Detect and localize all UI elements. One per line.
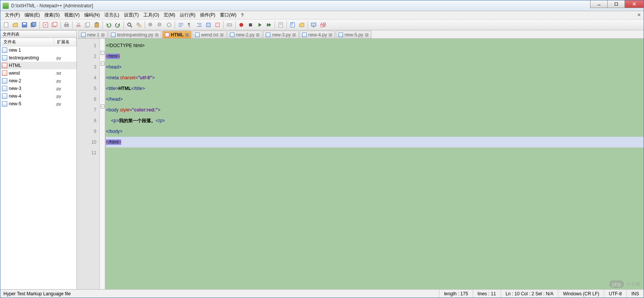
stop-button[interactable] [246, 21, 255, 29]
tab[interactable]: new-2.py⊠ [227, 31, 263, 38]
tab-close-icon[interactable]: ⊠ [185, 33, 189, 37]
tab[interactable]: new-5.py⊠ [336, 31, 371, 38]
menubar-close-icon[interactable]: ✕ [636, 12, 642, 18]
tab-bar: new 1⊠testrequestimg.py⊠HTML⊠wend.txt⊠ne… [77, 30, 644, 39]
menu-11[interactable]: 窗口(W) [218, 11, 239, 19]
menu-6[interactable]: 设置(T) [122, 11, 141, 19]
new-button[interactable] [2, 21, 10, 29]
copy-button[interactable] [83, 21, 92, 29]
code-line[interactable]: <p>我的第一个段落。</p> [106, 115, 644, 126]
menu-1[interactable]: 编辑(E) [22, 11, 42, 19]
svg-rect-41 [216, 23, 220, 27]
redo-button[interactable] [114, 21, 122, 29]
find-button[interactable] [125, 21, 134, 29]
close-all-button[interactable] [50, 21, 59, 29]
wrap-button[interactable] [177, 21, 185, 29]
titlebar[interactable]: D:\txt\HTML - Notepad++ [Administrator] [0, 0, 644, 11]
sidebar-item[interactable]: HTML [0, 62, 76, 69]
tab-close-icon[interactable]: ⊠ [329, 33, 332, 37]
hide-button[interactable] [225, 21, 234, 29]
indent-button[interactable] [195, 21, 203, 29]
tab-close-icon[interactable]: ⊠ [101, 33, 105, 37]
tab[interactable]: HTML⊠ [162, 31, 192, 38]
menu-2[interactable]: 搜索(S) [42, 11, 62, 19]
play-button[interactable] [255, 21, 264, 29]
save-button[interactable] [20, 21, 29, 29]
record-button[interactable] [237, 21, 246, 29]
sidebar-item[interactable]: testrequestimg.py [0, 54, 76, 62]
code-line[interactable]: <head> [106, 62, 644, 72]
menu-0[interactable]: 文件(F) [3, 11, 22, 19]
sidebar-item[interactable]: new-2.py [0, 77, 76, 85]
paste-button[interactable] [93, 21, 101, 29]
sidebar-col-filename[interactable]: 文件名 [0, 38, 54, 46]
file-name: testrequestimg [9, 55, 39, 61]
sidebar-col-ext[interactable]: 扩展名 [54, 38, 76, 46]
macro-list-button[interactable] [276, 21, 285, 29]
play-multi-button[interactable] [265, 21, 273, 29]
save-all-button[interactable] [29, 21, 38, 29]
tab-close-icon[interactable]: ⊠ [155, 33, 159, 37]
svg-rect-21 [86, 23, 89, 26]
tab[interactable]: new-3.py⊠ [263, 31, 299, 38]
menu-3[interactable]: 视图(V) [62, 11, 82, 19]
tab[interactable]: new 1⊠ [78, 31, 107, 38]
statusbar: Hyper Text Markup Language file length :… [0, 289, 644, 298]
sync-button[interactable] [165, 21, 173, 29]
cut-button[interactable] [74, 21, 83, 29]
code-line[interactable]: <meta charset="utf-8"> [106, 72, 644, 83]
menu-7[interactable]: 工具(O) [141, 11, 161, 19]
menu-4[interactable]: 编码(N) [82, 11, 102, 19]
monitor-button[interactable] [309, 21, 318, 29]
menu-5[interactable]: 语言(L) [102, 11, 122, 19]
tab-close-icon[interactable]: ⊠ [256, 33, 260, 37]
folder-button[interactable] [298, 21, 306, 29]
fold-button[interactable] [204, 21, 213, 29]
func-list-button[interactable]: f [288, 21, 297, 29]
maximize-button[interactable] [607, 0, 625, 8]
code-line[interactable]: <html> [106, 51, 644, 62]
zoom-in-button[interactable] [146, 21, 155, 29]
all-chars-button[interactable]: ¶ [186, 21, 194, 29]
code-line[interactable]: <body style="color:red;"> [106, 105, 644, 115]
code-line[interactable] [106, 147, 644, 158]
sidebar-item[interactable]: new-4.py [0, 92, 76, 100]
sidebar-item[interactable]: new-3.py [0, 85, 76, 92]
tab[interactable]: wend.txt⊠ [192, 31, 226, 38]
tab[interactable]: new-4.py⊠ [299, 31, 335, 38]
code-area[interactable]: <!DOCTYPE html><html><head><meta charset… [105, 39, 644, 289]
editor[interactable]: 1234567891011 −−− <!DOCTYPE html><html><… [77, 39, 644, 289]
code-line[interactable]: <title>HTML</title> [106, 83, 644, 94]
undo-button[interactable] [104, 21, 113, 29]
fold-toggle-icon[interactable]: − [101, 51, 104, 55]
code-line[interactable]: </html> [106, 137, 644, 147]
minimize-button[interactable] [590, 0, 608, 8]
code-line[interactable]: </body> [106, 126, 644, 137]
tab[interactable]: testrequestimg.py⊠ [108, 31, 161, 38]
unfold-button[interactable] [213, 21, 222, 29]
tab-close-icon[interactable]: ⊠ [365, 33, 369, 37]
sidebar-item[interactable]: new-5.py [0, 100, 76, 108]
print-button[interactable] [62, 21, 71, 29]
sidebar-item[interactable]: new 1 [0, 46, 76, 54]
svg-point-43 [239, 23, 243, 27]
status-lines: lines : 11 [473, 290, 501, 298]
close-button[interactable] [41, 21, 50, 29]
menu-8[interactable]: 宏(M) [161, 11, 177, 19]
tab-close-icon[interactable]: ⊠ [292, 33, 296, 37]
file-ext: .py [54, 94, 76, 98]
fold-toggle-icon[interactable]: − [101, 62, 104, 65]
spell-button[interactable]: ABC [319, 21, 327, 29]
menu-12[interactable]: ? [239, 12, 246, 19]
tab-close-icon[interactable]: ⊠ [220, 33, 224, 37]
zoom-out-button[interactable] [156, 21, 164, 29]
menu-10[interactable]: 插件(P) [198, 11, 218, 19]
menu-9[interactable]: 运行(R) [177, 11, 198, 19]
close-button[interactable] [624, 0, 644, 8]
sidebar-item[interactable]: wend.txt [0, 69, 76, 77]
fold-toggle-icon[interactable]: − [101, 105, 104, 108]
code-line[interactable]: </head> [106, 94, 644, 105]
replace-button[interactable] [135, 21, 143, 29]
code-line[interactable]: <!DOCTYPE html> [106, 40, 644, 51]
open-button[interactable] [11, 21, 20, 29]
